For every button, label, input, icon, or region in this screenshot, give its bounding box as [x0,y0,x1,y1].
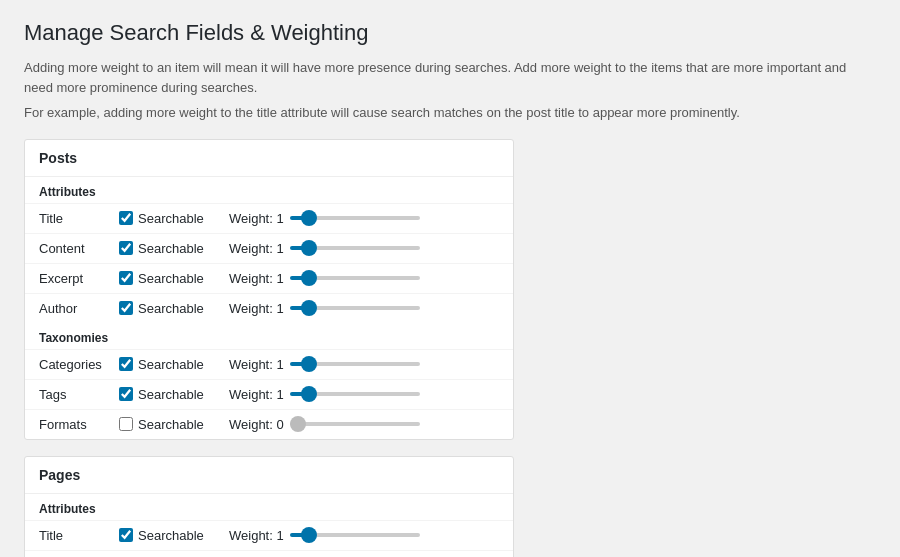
weight-slider[interactable] [290,392,420,396]
searchable-checkbox[interactable] [119,241,133,255]
weight-slider[interactable] [290,276,420,280]
weight-slider[interactable] [290,422,420,426]
searchable-checkbox-wrap[interactable]: Searchable [119,211,229,226]
searchable-text: Searchable [138,301,204,316]
searchable-checkbox[interactable] [119,271,133,285]
searchable-text: Searchable [138,241,204,256]
searchable-checkbox-wrap[interactable]: Searchable [119,271,229,286]
table-row: AuthorSearchableWeight: 1 [25,293,513,323]
weight-slider[interactable] [290,306,420,310]
weight-slider[interactable] [290,246,420,250]
table-row: ExcerptSearchableWeight: 1 [25,263,513,293]
slider-wrap [290,422,420,426]
searchable-checkbox[interactable] [119,387,133,401]
weight-wrap: Weight: 1 [229,387,420,402]
weight-label: Weight: 1 [229,528,284,543]
weight-slider[interactable] [290,533,420,537]
weight-wrap: Weight: 1 [229,241,420,256]
description-2: For example, adding more weight to the t… [24,103,876,123]
field-name-label: Categories [39,357,119,372]
searchable-text: Searchable [138,417,204,432]
weight-label: Weight: 0 [229,417,284,432]
slider-wrap [290,216,420,220]
section-title-pages: Pages [25,457,513,494]
section-title-posts: Posts [25,140,513,177]
table-row: TitleSearchableWeight: 1 [25,203,513,233]
field-name-label: Content [39,241,119,256]
weight-slider[interactable] [290,216,420,220]
weight-label: Weight: 1 [229,387,284,402]
searchable-checkbox-wrap[interactable]: Searchable [119,528,229,543]
searchable-checkbox[interactable] [119,528,133,542]
page-title: Manage Search Fields & Weighting [24,20,876,46]
searchable-text: Searchable [138,357,204,372]
searchable-checkbox-wrap[interactable]: Searchable [119,417,229,432]
slider-wrap [290,306,420,310]
weight-label: Weight: 1 [229,241,284,256]
weight-wrap: Weight: 1 [229,528,420,543]
weight-wrap: Weight: 0 [229,417,420,432]
field-name-label: Author [39,301,119,316]
section-pages: PagesAttributesTitleSearchableWeight: 1C… [24,456,514,558]
section-posts: PostsAttributesTitleSearchableWeight: 1C… [24,139,514,440]
description-1: Adding more weight to an item will mean … [24,58,876,97]
slider-wrap [290,392,420,396]
searchable-checkbox-wrap[interactable]: Searchable [119,241,229,256]
searchable-checkbox[interactable] [119,357,133,371]
slider-wrap [290,362,420,366]
weight-slider[interactable] [290,362,420,366]
weight-wrap: Weight: 1 [229,271,420,286]
searchable-checkbox-wrap[interactable]: Searchable [119,357,229,372]
group-label-posts-1: Taxonomies [25,323,513,349]
slider-wrap [290,533,420,537]
searchable-checkbox-wrap[interactable]: Searchable [119,387,229,402]
field-name-label: Tags [39,387,119,402]
slider-wrap [290,276,420,280]
weight-wrap: Weight: 1 [229,211,420,226]
searchable-text: Searchable [138,528,204,543]
table-row: CategoriesSearchableWeight: 1 [25,349,513,379]
group-label-posts-0: Attributes [25,177,513,203]
field-name-label: Title [39,211,119,226]
searchable-text: Searchable [138,211,204,226]
table-row: TitleSearchableWeight: 1 [25,520,513,550]
weight-wrap: Weight: 1 [229,357,420,372]
slider-wrap [290,246,420,250]
searchable-text: Searchable [138,271,204,286]
table-row: ContentSearchableWeight: 1 [25,233,513,263]
weight-label: Weight: 1 [229,357,284,372]
searchable-checkbox[interactable] [119,301,133,315]
group-label-pages-0: Attributes [25,494,513,520]
weight-label: Weight: 1 [229,301,284,316]
weight-label: Weight: 1 [229,271,284,286]
field-name-label: Formats [39,417,119,432]
searchable-checkbox[interactable] [119,211,133,225]
table-row: FormatsSearchableWeight: 0 [25,409,513,439]
table-row: TagsSearchableWeight: 1 [25,379,513,409]
searchable-text: Searchable [138,387,204,402]
searchable-checkbox-wrap[interactable]: Searchable [119,301,229,316]
table-row: ContentSearchableWeight: 1 [25,550,513,558]
searchable-checkbox[interactable] [119,417,133,431]
field-name-label: Title [39,528,119,543]
weight-label: Weight: 1 [229,211,284,226]
weight-wrap: Weight: 1 [229,301,420,316]
field-name-label: Excerpt [39,271,119,286]
